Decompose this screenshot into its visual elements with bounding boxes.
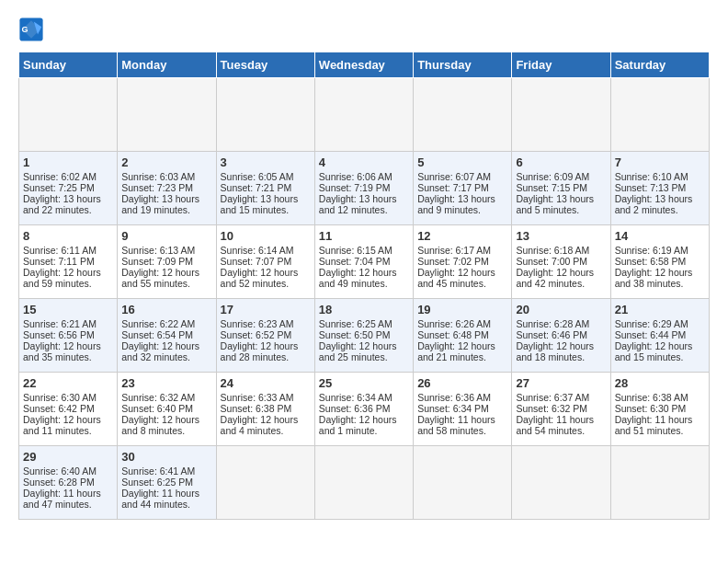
day-number: 28 — [615, 376, 705, 390]
header-cell-friday: Friday — [512, 52, 610, 78]
day-number: 16 — [121, 303, 211, 316]
day-info: and 55 minutes. — [121, 278, 211, 289]
day-info: and 35 minutes. — [23, 351, 113, 362]
header: G — [18, 17, 710, 42]
day-cell: 8Sunrise: 6:11 AMSunset: 7:11 PMDaylight… — [19, 225, 118, 299]
day-cell: 27Sunrise: 6:37 AMSunset: 6:32 PMDayligh… — [512, 373, 610, 446]
day-info: Daylight: 12 hours — [23, 267, 113, 278]
week-row-3: 15Sunrise: 6:21 AMSunset: 6:56 PMDayligh… — [19, 299, 710, 373]
day-info: Sunset: 6:56 PM — [23, 329, 113, 340]
day-cell: 20Sunrise: 6:28 AMSunset: 6:46 PMDayligh… — [512, 299, 610, 373]
day-info: and 52 minutes. — [221, 278, 311, 289]
day-cell — [314, 446, 413, 520]
day-info: Sunset: 7:00 PM — [516, 256, 606, 267]
day-info: Sunset: 7:21 PM — [221, 182, 311, 193]
day-cell: 19Sunrise: 6:26 AMSunset: 6:48 PMDayligh… — [414, 299, 512, 373]
day-number: 12 — [417, 229, 507, 243]
day-cell: 10Sunrise: 6:14 AMSunset: 7:07 PMDayligh… — [216, 225, 314, 299]
day-info: Sunrise: 6:38 AM — [615, 392, 705, 403]
day-info: Sunrise: 6:17 AM — [417, 245, 507, 256]
day-cell: 17Sunrise: 6:23 AMSunset: 6:52 PMDayligh… — [216, 299, 314, 373]
day-cell: 13Sunrise: 6:18 AMSunset: 7:00 PMDayligh… — [512, 225, 610, 299]
day-info: and 28 minutes. — [221, 351, 311, 362]
day-cell: 5Sunrise: 6:07 AMSunset: 7:17 PMDaylight… — [414, 152, 512, 225]
week-row-2: 8Sunrise: 6:11 AMSunset: 7:11 PMDaylight… — [19, 225, 710, 299]
day-number: 11 — [319, 229, 409, 243]
day-info: Sunset: 6:38 PM — [221, 403, 311, 414]
day-number: 29 — [23, 450, 113, 464]
day-info: and 8 minutes. — [121, 425, 211, 436]
day-info: Sunset: 6:28 PM — [23, 477, 113, 488]
day-cell: 7Sunrise: 6:10 AMSunset: 7:13 PMDaylight… — [610, 152, 709, 225]
day-number: 19 — [417, 303, 507, 316]
day-info: Sunrise: 6:40 AM — [23, 465, 113, 477]
day-info: Daylight: 11 hours — [417, 414, 507, 425]
day-info: Sunrise: 6:23 AM — [221, 318, 311, 329]
day-cell: 4Sunrise: 6:06 AMSunset: 7:19 PMDaylight… — [314, 152, 413, 225]
day-cell: 26Sunrise: 6:36 AMSunset: 6:34 PMDayligh… — [414, 373, 512, 446]
day-cell: 3Sunrise: 6:05 AMSunset: 7:21 PMDaylight… — [216, 152, 314, 225]
day-info: Sunset: 7:15 PM — [516, 182, 606, 193]
day-info: and 19 minutes. — [121, 204, 211, 215]
day-number: 20 — [516, 303, 606, 316]
day-info: Sunset: 6:48 PM — [417, 329, 507, 340]
day-info: Sunset: 6:36 PM — [319, 403, 409, 414]
day-info: and 11 minutes. — [23, 425, 113, 436]
day-cell: 11Sunrise: 6:15 AMSunset: 7:04 PMDayligh… — [314, 225, 413, 299]
day-info: Daylight: 12 hours — [319, 414, 409, 425]
day-number: 30 — [121, 450, 211, 464]
day-number: 13 — [516, 229, 606, 243]
day-cell: 22Sunrise: 6:30 AMSunset: 6:42 PMDayligh… — [19, 373, 118, 446]
day-info: Sunrise: 6:11 AM — [23, 245, 113, 256]
day-number: 10 — [221, 229, 311, 243]
day-number: 24 — [221, 376, 311, 390]
day-info: Sunrise: 6:06 AM — [319, 171, 409, 182]
day-info: Daylight: 12 hours — [319, 340, 409, 351]
day-info: Sunrise: 6:30 AM — [23, 392, 113, 403]
day-number: 9 — [121, 229, 211, 243]
day-info: Daylight: 13 hours — [221, 193, 311, 204]
week-row-1: 1Sunrise: 6:02 AMSunset: 7:25 PMDaylight… — [19, 152, 710, 225]
day-info: and 59 minutes. — [23, 278, 113, 289]
day-info: and 51 minutes. — [615, 425, 705, 436]
day-info: and 9 minutes. — [417, 204, 507, 215]
day-info: Sunset: 7:07 PM — [221, 256, 311, 267]
header-cell-tuesday: Tuesday — [216, 52, 314, 78]
day-info: Sunrise: 6:21 AM — [23, 318, 113, 329]
day-info: Sunrise: 6:19 AM — [615, 245, 705, 256]
day-cell — [414, 78, 512, 152]
day-cell: 14Sunrise: 6:19 AMSunset: 6:58 PMDayligh… — [610, 225, 709, 299]
day-info: and 18 minutes. — [516, 351, 606, 362]
day-cell: 16Sunrise: 6:22 AMSunset: 6:54 PMDayligh… — [118, 299, 216, 373]
day-info: Sunrise: 6:22 AM — [121, 318, 211, 329]
day-number: 5 — [417, 155, 507, 169]
day-cell — [512, 446, 610, 520]
day-number: 1 — [23, 155, 113, 169]
day-cell: 18Sunrise: 6:25 AMSunset: 6:50 PMDayligh… — [314, 299, 413, 373]
day-cell — [19, 78, 118, 152]
day-cell — [610, 446, 709, 520]
day-cell — [216, 78, 314, 152]
day-info: Sunrise: 6:14 AM — [221, 245, 311, 256]
day-number: 6 — [516, 155, 606, 169]
day-info: Sunset: 7:25 PM — [23, 182, 113, 193]
day-info: and 42 minutes. — [516, 278, 606, 289]
day-cell — [216, 446, 314, 520]
day-info: Daylight: 11 hours — [23, 488, 113, 499]
week-row-0 — [19, 78, 710, 152]
day-info: and 49 minutes. — [319, 278, 409, 289]
day-info: Sunset: 7:11 PM — [23, 256, 113, 267]
day-cell: 28Sunrise: 6:38 AMSunset: 6:30 PMDayligh… — [610, 373, 709, 446]
day-info: Daylight: 12 hours — [516, 340, 606, 351]
day-info: Daylight: 12 hours — [23, 340, 113, 351]
day-info: and 22 minutes. — [23, 204, 113, 215]
day-info: Sunrise: 6:15 AM — [319, 245, 409, 256]
day-info: Sunrise: 6:07 AM — [417, 171, 507, 182]
day-cell: 15Sunrise: 6:21 AMSunset: 6:56 PMDayligh… — [19, 299, 118, 373]
page: G SundayMondayTuesdayWednesdayThursdayFr… — [0, 0, 728, 529]
day-info: Sunrise: 6:26 AM — [417, 318, 507, 329]
day-info: and 21 minutes. — [417, 351, 507, 362]
day-info: Sunset: 7:02 PM — [417, 256, 507, 267]
day-info: and 1 minute. — [319, 425, 409, 436]
day-info: Daylight: 12 hours — [221, 267, 311, 278]
